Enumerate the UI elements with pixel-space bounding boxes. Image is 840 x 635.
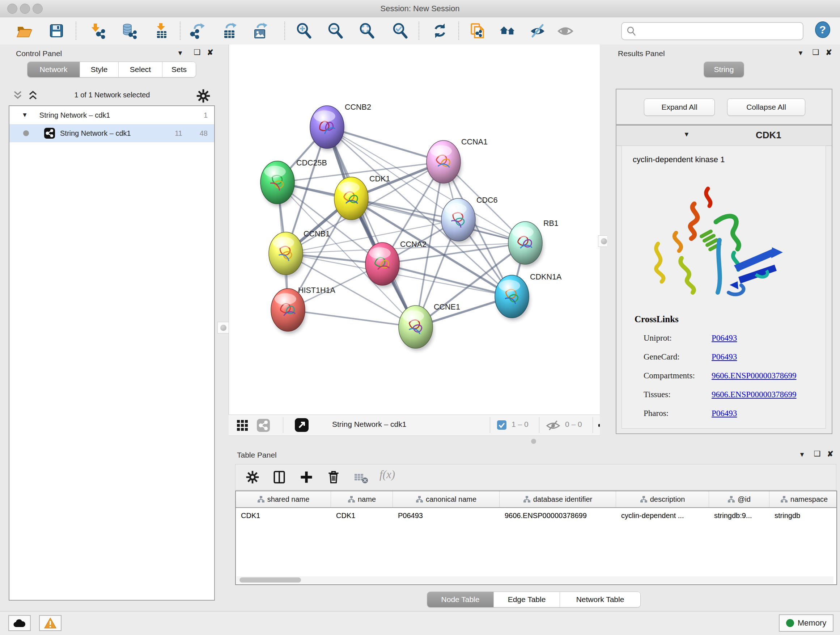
open-session-button[interactable] <box>16 22 33 39</box>
help-button[interactable]: ? <box>814 21 831 38</box>
table-cell[interactable]: stringdb <box>769 508 837 523</box>
delete-column-icon[interactable] <box>326 470 341 485</box>
export-network-button[interactable] <box>189 22 205 39</box>
zoom-selected-button[interactable] <box>392 22 409 39</box>
protein-card-header[interactable]: ▼ CDK1 <box>616 126 832 146</box>
import-database-button[interactable] <box>121 22 137 39</box>
tab-network[interactable]: Network <box>27 62 80 77</box>
network-collection-row[interactable]: ▼ String Network – cdk1 1 <box>9 106 214 124</box>
cloud-status-button[interactable] <box>8 615 31 631</box>
column-header-description[interactable]: description <box>616 491 709 507</box>
protein-description: cyclin-dependent kinase 1 <box>633 155 725 165</box>
column-header--id[interactable]: @id <box>709 491 769 507</box>
import-table-button[interactable] <box>153 22 170 39</box>
network-node-CDKN1A[interactable] <box>495 275 530 320</box>
table-row[interactable]: CDK1CDK1P064939606.ENSP00000378699cyclin… <box>236 508 836 523</box>
column-header-canonical-name[interactable]: canonical name <box>393 491 500 507</box>
birdseye-grid-icon[interactable] <box>237 420 248 431</box>
column-header-name[interactable]: name <box>331 491 393 507</box>
show-columns-icon[interactable] <box>272 470 287 485</box>
scrollbar-thumb[interactable] <box>240 578 301 583</box>
crosslink-value-link[interactable]: 9606.ENSP00000378699 <box>712 390 797 399</box>
table-cell[interactable]: P06493 <box>393 508 500 523</box>
zoom-fit-button[interactable] <box>358 22 375 39</box>
column-header-shared-name[interactable]: shared name <box>236 491 331 507</box>
collapse-panel-icon[interactable]: ▾ <box>175 49 186 57</box>
show-all-button[interactable] <box>557 22 574 39</box>
tab-select[interactable]: Select <box>118 62 163 77</box>
expand-all-tree-icon[interactable] <box>11 90 24 101</box>
float-panel-icon[interactable]: ❑ <box>810 48 821 57</box>
export-image-button[interactable] <box>252 22 268 39</box>
network-edge[interactable] <box>288 310 416 327</box>
network-node-CCNB1[interactable] <box>269 232 304 277</box>
crosslink-value-link[interactable]: P06493 <box>712 352 737 362</box>
warnings-button[interactable] <box>39 615 62 631</box>
network-node-CCNA2[interactable] <box>365 242 401 288</box>
network-node-RB1[interactable] <box>508 222 543 267</box>
network-row-selected[interactable]: String Network – cdk1 11 48 <box>9 124 214 142</box>
collapse-all-tree-icon[interactable] <box>27 90 39 101</box>
search-input[interactable] <box>640 24 797 36</box>
node-label-CCNB2: CCNB2 <box>345 103 371 111</box>
column-header-database-identifier[interactable]: database identifier <box>500 491 616 507</box>
network-node-CCNB2[interactable] <box>310 106 345 151</box>
network-node-HIST1H1A[interactable] <box>271 288 306 334</box>
hide-unselected-button[interactable] <box>529 22 546 39</box>
save-session-button[interactable] <box>48 22 65 39</box>
close-panel-icon[interactable]: ✘ <box>205 48 216 57</box>
network-graph[interactable]: CCNB2CCNA1CDC25BCDK1CDC6RB1CCNB1CCNA2CDK… <box>229 44 600 415</box>
selected-checkbox[interactable] <box>497 420 507 430</box>
left-splitter-handle[interactable] <box>218 322 229 333</box>
network-edge[interactable] <box>327 127 416 327</box>
horizontal-splitter-handle[interactable] <box>531 439 536 444</box>
close-panel-icon[interactable]: ✘ <box>823 48 834 57</box>
crosslink-value-link[interactable]: P06493 <box>712 409 737 418</box>
table-cell[interactable]: 9606.ENSP00000378699 <box>500 508 616 523</box>
expand-all-button[interactable]: Expand All <box>644 98 715 116</box>
crosslink-value-link[interactable]: 9606.ENSP00000378699 <box>712 371 797 380</box>
table-cell[interactable]: CDK1 <box>331 508 393 523</box>
float-panel-icon[interactable]: ❑ <box>812 449 823 458</box>
network-node-CCNA1[interactable] <box>426 141 462 186</box>
zoom-out-button[interactable] <box>327 22 344 39</box>
table-cell[interactable]: cyclin-dependent ... <box>616 508 709 523</box>
network-view-title: String Network – cdk1 <box>332 420 406 429</box>
close-panel-icon[interactable]: ✘ <box>825 450 836 458</box>
tab-string[interactable]: String <box>704 62 744 77</box>
refresh-icon <box>431 22 448 39</box>
refresh-button[interactable] <box>431 22 448 39</box>
tree-expand-arrow-icon[interactable]: ▼ <box>22 111 28 119</box>
collapse-all-button[interactable]: Collapse All <box>727 98 805 116</box>
table-cell[interactable]: stringdb:9... <box>709 508 769 523</box>
tab-edge-table[interactable]: Edge Table <box>494 592 560 607</box>
network-canvas[interactable]: CCNB2CCNA1CDC25BCDK1CDC6RB1CCNB1CCNA2CDK… <box>229 44 600 415</box>
tab-network-table[interactable]: Network Table <box>560 592 640 607</box>
network-node-CDK1[interactable] <box>334 177 369 222</box>
add-column-icon[interactable] <box>299 470 314 485</box>
collapse-panel-icon[interactable]: ▾ <box>797 450 807 459</box>
export-table-button[interactable] <box>221 22 238 39</box>
collapse-panel-icon[interactable]: ▾ <box>795 49 806 57</box>
memory-button[interactable]: Memory <box>779 614 834 632</box>
table-settings-gear-icon[interactable] <box>245 470 260 485</box>
network-options-gear-icon[interactable] <box>195 88 211 104</box>
tab-style[interactable]: Style <box>80 62 118 77</box>
table-cell[interactable]: CDK1 <box>236 508 331 523</box>
tab-sets[interactable]: Sets <box>163 62 196 77</box>
table-horizontal-scrollbar[interactable] <box>237 576 834 584</box>
network-node-CCNE1[interactable] <box>399 306 434 351</box>
home-view-button[interactable] <box>499 22 516 39</box>
collapse-protein-icon[interactable]: ▼ <box>684 131 690 138</box>
open-in-window-icon[interactable] <box>295 418 309 432</box>
copy-network-button[interactable] <box>470 22 486 39</box>
import-network-button[interactable] <box>89 22 106 39</box>
tab-node-table[interactable]: Node Table <box>427 592 494 607</box>
column-header-namespace[interactable]: namespace <box>769 491 837 507</box>
search-box <box>621 22 804 40</box>
crosslink-value-link[interactable]: P06493 <box>712 333 737 343</box>
column-label: name <box>358 495 376 504</box>
share-network-icon[interactable] <box>257 419 270 432</box>
zoom-in-button[interactable] <box>295 22 312 39</box>
float-panel-icon[interactable]: ❑ <box>192 48 202 57</box>
